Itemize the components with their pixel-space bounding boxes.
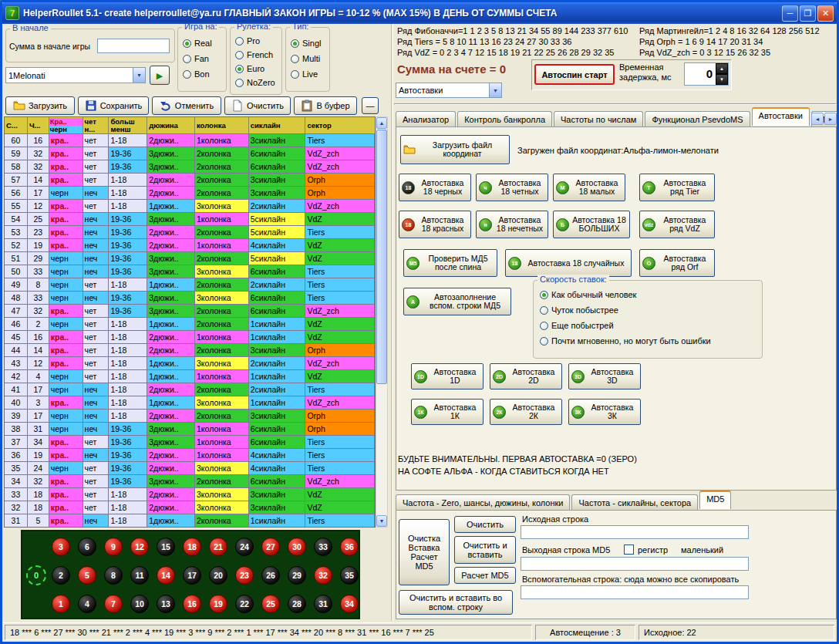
autobet-1k-button[interactable]: 1КАвтоставка 1К <box>411 399 484 425</box>
scrollbar-thumb[interactable] <box>376 130 387 384</box>
board-number-13[interactable]: 13 <box>157 595 175 613</box>
board-number-7[interactable]: 7 <box>104 595 123 613</box>
board-number-27[interactable]: 27 <box>261 538 280 556</box>
buffer-button[interactable]: В буфер <box>294 96 357 115</box>
board-number-25[interactable]: 25 <box>261 595 280 613</box>
board-number-23[interactable]: 23 <box>235 566 254 585</box>
autobet-row-tier-button[interactable]: ТАвтоставка ряд Tier <box>639 174 715 201</box>
tab-freq-zero[interactable]: Частота - Zero, шансы, дюжины, колонки <box>396 494 570 511</box>
board-number-33[interactable]: 33 <box>314 538 332 556</box>
source-string-input[interactable] <box>521 525 749 539</box>
radio-live[interactable]: Live <box>291 69 318 79</box>
board-number-30[interactable]: 30 <box>288 538 306 556</box>
table-row[interactable]: 462чернчет1-181дюжи..2колонка1сиклайнVdZ <box>5 317 375 330</box>
radio-singl[interactable]: Singl <box>291 39 321 48</box>
board-number-6[interactable]: 6 <box>78 538 96 556</box>
board-number-0[interactable]: 0 <box>26 565 46 585</box>
radio-real[interactable]: Real <box>183 39 212 48</box>
board-number-4[interactable]: 4 <box>78 595 96 613</box>
table-row[interactable]: 5425кра..неч19-363дюжи..1колонка5сиклайн… <box>5 212 375 225</box>
tab-md5-bottom[interactable]: MD5 <box>699 491 731 509</box>
tab-freq-sixlines[interactable]: Частота - сиклайны, сектора <box>571 494 698 511</box>
autospin-start-button[interactable]: Автоспин старт <box>534 64 615 85</box>
table-row[interactable]: 5512кра..чет1-181дюжи..3колонка2сиклайнV… <box>5 199 375 212</box>
table-row[interactable]: 498чернчет1-181дюжи..2колонка2сиклайнTie… <box>5 278 375 291</box>
tab-autobets[interactable]: Автоставки <box>752 107 810 126</box>
radio-fan[interactable]: Fan <box>183 54 209 63</box>
board-number-11[interactable]: 11 <box>130 566 149 585</box>
undo-button[interactable]: Отменить <box>152 96 221 115</box>
md5-clear-button[interactable]: Очистить <box>454 516 516 533</box>
board-number-31[interactable]: 31 <box>314 595 332 613</box>
table-row[interactable]: 3432кра..чет19-363дюжи..2колонка6сиклайн… <box>5 474 375 487</box>
board-number-10[interactable]: 10 <box>130 595 149 613</box>
table-row[interactable]: 315кра..неч1-181дюжи..2колонка1сиклайнTi… <box>5 514 375 527</box>
table-row[interactable]: 3524чернчет19-362дюжи..3колонка4сиклайнT… <box>5 461 375 474</box>
table-row[interactable]: 3917черннеч1-182дюжи..2колонка3сиклайнOr… <box>5 409 375 422</box>
save-button[interactable]: Сохранить <box>78 96 149 115</box>
autobet-18-black-button[interactable]: 18Автоставка 18 черных <box>399 174 471 201</box>
tab-bankroll[interactable]: Контроль банкролла <box>457 111 552 127</box>
table-row[interactable]: 4833черннеч19-363дюжи..3колонка6сиклайнT… <box>5 291 375 304</box>
table-row[interactable]: 3619кра..неч19-362дюжи..1колонка4сиклайн… <box>5 448 375 461</box>
radio-speed-evenfaster[interactable]: Еще побыстрей <box>540 321 614 330</box>
board-number-35[interactable]: 35 <box>340 566 359 585</box>
board-number-28[interactable]: 28 <box>288 595 306 613</box>
table-scrollbar[interactable]: ▲ ▼ <box>376 116 388 528</box>
table-row[interactable]: 6016кра..чет1-182дюжи..1колонка3сиклайнT… <box>5 133 375 147</box>
spinner-down-icon[interactable]: ▼ <box>716 74 728 85</box>
profile-combobox[interactable]: 1Melonati ▼ <box>5 67 146 83</box>
autobet-18-random-button[interactable]: 18Автоставка 18 случайных <box>505 249 632 277</box>
board-number-19[interactable]: 19 <box>209 595 227 613</box>
tab-frequencies[interactable]: Частоты по числам <box>554 111 643 127</box>
autobet-row-vdz-button[interactable]: vdzАвтоставка ряд VdZ <box>639 211 715 238</box>
board-number-2[interactable]: 2 <box>52 566 70 585</box>
board-number-36[interactable]: 36 <box>340 538 359 556</box>
autobet-18-red-button[interactable]: 18Автоставка 18 красных <box>399 211 471 238</box>
board-number-9[interactable]: 9 <box>104 538 123 556</box>
output-string-input[interactable] <box>521 557 749 571</box>
table-row[interactable]: 5033черннеч19-363дюжи..3колонка6сиклайнT… <box>5 265 375 278</box>
autobet-18-small-button[interactable]: МАвтоставка 18 малых <box>553 174 625 201</box>
tab-psevdoms[interactable]: Функционал PsevdoMS <box>645 111 750 127</box>
table-row[interactable]: 3734кра..чет19-363дюжи..1колонка6сиклайн… <box>5 435 375 448</box>
table-row[interactable]: 4414кра..чет1-182дюжи..2колонка3сиклайнO… <box>5 343 375 356</box>
tab-scroll-right-icon[interactable]: ► <box>824 113 837 125</box>
table-row[interactable]: 424чернчет1-181дюжи..1колонка1сиклайнVdZ <box>5 369 375 383</box>
mode-combobox[interactable]: Автоставки ▼ <box>396 83 502 98</box>
maximize-button[interactable]: ❐ <box>800 5 816 22</box>
load-coordinates-button[interactable]: Загрузить файл координат <box>400 135 510 164</box>
table-row[interactable]: 5219кра..неч19-362дюжи..1колонка4сиклайн… <box>5 238 375 251</box>
board-number-34[interactable]: 34 <box>340 595 359 613</box>
autobet-3k-button[interactable]: 3КАвтоставка 3К <box>568 399 641 425</box>
table-row[interactable]: 4312кра..чет1-181дюжи..3колонка2сиклайнV… <box>5 356 375 369</box>
close-button[interactable]: ✕ <box>817 5 834 22</box>
minimize-button[interactable]: ─ <box>782 5 798 22</box>
play-button[interactable]: ▶ <box>150 66 170 85</box>
board-number-8[interactable]: 8 <box>104 566 123 585</box>
board-number-20[interactable]: 20 <box>209 566 227 585</box>
radio-euro[interactable]: Euro <box>235 64 265 73</box>
table-row[interactable]: 4117черннеч1-182дюжи..2колонка2сиклайнTi… <box>5 383 375 396</box>
table-row[interactable]: 5129черннеч19-363дюжи..2колонка5сиклайнV… <box>5 251 375 265</box>
radio-speed-instant[interactable]: Почти мгновенно, но могут быть ошибки <box>540 336 711 346</box>
table-row[interactable]: 5932кра..чет19-363дюжи..2колонка6сиклайн… <box>5 147 375 160</box>
table-row[interactable]: 5832кра..чет19-363дюжи..2колонка6сиклайн… <box>5 160 375 173</box>
scroll-up-icon[interactable]: ▲ <box>376 117 387 129</box>
board-number-12[interactable]: 12 <box>130 538 149 556</box>
board-number-3[interactable]: 3 <box>52 538 70 556</box>
radio-nozero[interactable]: NoZero <box>235 78 275 87</box>
board-number-18[interactable]: 18 <box>183 538 201 556</box>
chevron-down-icon[interactable]: ▼ <box>133 68 145 83</box>
board-number-5[interactable]: 5 <box>78 566 96 585</box>
start-sum-input[interactable] <box>97 39 170 53</box>
autobet-2d-button[interactable]: 2DАвтоставка 2D <box>490 363 562 389</box>
board-number-22[interactable]: 22 <box>235 595 254 613</box>
autofill-md5-helper-button[interactable]: ААвтозаполнение вспом. строки МД5 <box>403 288 511 315</box>
table-row[interactable]: 5323кра..неч19-362дюжи..2колонка5сиклайн… <box>5 225 375 238</box>
board-number-15[interactable]: 15 <box>157 538 175 556</box>
clear-paste-helper-button[interactable]: Очистить и вставить во вспом. строку <box>399 590 513 615</box>
radio-pro[interactable]: Pro <box>235 36 260 46</box>
scroll-down-icon[interactable]: ▼ <box>376 515 387 527</box>
radio-speed-faster[interactable]: Чуток побыстрее <box>540 305 618 315</box>
